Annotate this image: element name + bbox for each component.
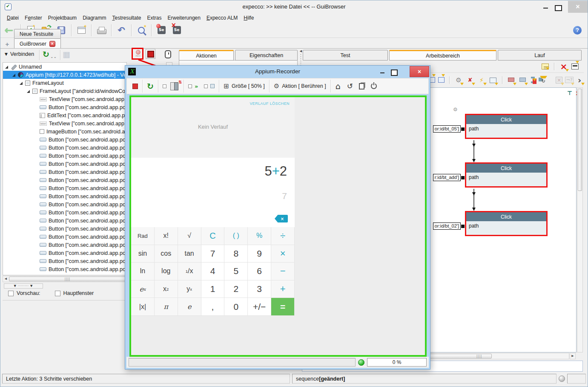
gear-icon[interactable] <box>453 107 458 113</box>
calc-key-c[interactable]: C <box>201 227 225 245</box>
action-mode-button[interactable]: ⚙Aktion [ Berühren ] <box>271 80 329 92</box>
tree-item-button[interactable]: Button ["com.sec.android.app.pop <box>3 265 126 273</box>
calc-key-item[interactable]: = <box>271 298 295 316</box>
splitter-handle[interactable] <box>4 283 43 289</box>
calc-key-2[interactable]: 2 <box>224 280 248 298</box>
tree-item-unnamed[interactable]: Unnamed <box>3 63 126 71</box>
menu-projektbaum[interactable]: Projektbaum <box>45 14 80 22</box>
checkbox-icon[interactable] <box>8 291 14 296</box>
pin-icon[interactable] <box>567 90 572 96</box>
clear-history-button[interactable]: VERLAUF LÖSCHEN <box>250 101 290 106</box>
calc-key-item[interactable]: ( ) <box>224 227 248 245</box>
calc-key-item[interactable]: − <box>271 263 295 280</box>
connect-button[interactable]: ▼ Verbinden <box>5 51 34 57</box>
chevron-right-icon[interactable] <box>575 76 584 84</box>
device-screenshot-area[interactable]: VERLAUF LÖSCHEN Kein Verlauf 5+2 7 Radx!… <box>129 95 427 357</box>
tree-item-button[interactable]: Button ["com.sec.android.app.pop <box>3 208 126 217</box>
calc-key-item[interactable]: + <box>271 280 295 298</box>
se-stop-button[interactable] <box>169 24 184 37</box>
stop-record-button[interactable] <box>146 49 155 59</box>
recorder-close-button[interactable]: × <box>410 66 429 77</box>
device-back-button[interactable]: ↺ <box>344 80 356 92</box>
calc-key-x[interactable]: x! <box>155 227 178 245</box>
tree-item-button[interactable]: Button ["com.sec.android.app.pop <box>3 144 126 152</box>
print-button[interactable] <box>94 24 109 37</box>
recorder-minimize-button[interactable] <box>377 66 387 77</box>
scroll-right-arrow[interactable]: ▶ <box>570 353 576 359</box>
tree-item-button[interactable]: Button ["com.sec.android.app.pop <box>3 184 126 192</box>
menu-diagramm[interactable]: Diagramm <box>80 14 109 22</box>
calc-key-x-2[interactable]: x2 <box>155 280 178 298</box>
help-button[interactable]: ? <box>573 26 582 35</box>
tab-aktionen[interactable]: Aktionen <box>179 50 234 61</box>
calc-key-4[interactable]: 4 <box>201 263 225 280</box>
tab-guibrowser[interactable]: GuiBrowser× <box>14 38 61 49</box>
new-window-star-icon[interactable] <box>571 64 579 69</box>
calc-key-8[interactable]: 8 <box>224 245 248 263</box>
tree-item-appium[interactable]: Appium [http://127.0.0.1:4723/wd/hub] - … <box>3 71 126 79</box>
calc-key-log[interactable]: log <box>155 263 178 280</box>
undo-button[interactable] <box>114 24 129 37</box>
device-overview-button[interactable] <box>356 80 368 92</box>
menu-erweiterungen[interactable]: Erweiterungen <box>165 14 204 22</box>
backspace-key[interactable] <box>275 215 288 222</box>
expander-icon[interactable] <box>19 81 23 85</box>
gray-help-icon[interactable] <box>565 76 574 84</box>
bolt-down-icon[interactable] <box>477 76 486 84</box>
tree-item-button[interactable]: Button ["com.sec.android.app.pop <box>3 241 126 249</box>
tree-item-button[interactable]: Button ["com.sec.android.app.pop <box>3 225 126 233</box>
calc-key-1-x[interactable]: 1/x <box>178 263 201 280</box>
tree-item-button[interactable]: Button ["com.sec.android.app.pop <box>3 136 126 144</box>
calc-key-e[interactable]: e <box>178 298 201 316</box>
expander-icon[interactable] <box>26 89 31 93</box>
calc-key-5[interactable]: 5 <box>224 263 248 280</box>
checkbox-icon[interactable] <box>55 291 60 296</box>
tab-close-icon[interactable]: × <box>49 41 55 47</box>
book-down-icon[interactable] <box>489 76 497 84</box>
expander-icon[interactable] <box>12 73 16 77</box>
calc-key-ln[interactable]: ln <box>131 263 155 280</box>
calc-key-1[interactable]: 1 <box>201 280 225 298</box>
close-button[interactable]: × <box>568 1 588 13</box>
tree-item-edittext[interactable]: EditText ["com.sec.android.app.po <box>3 111 126 119</box>
canvas-vertical-scrollbar[interactable] <box>577 87 583 352</box>
tree-item-button[interactable]: Button ["com.sec.android.app.pop <box>3 257 126 265</box>
mouse-pointer-icon[interactable] <box>161 48 172 59</box>
gray-cut-icon[interactable] <box>555 76 563 84</box>
tab-lauf[interactable]: Lauf <box>498 50 582 61</box>
tab-arbeitsbereich[interactable]: Arbeitsbereich <box>389 50 496 61</box>
expander-icon[interactable] <box>5 65 9 69</box>
calc-key-3[interactable]: 3 <box>248 280 271 298</box>
scrollbar-thumb[interactable] <box>578 89 582 191</box>
tree-item-button[interactable]: Button ["com.sec.android.app.pop <box>3 249 126 257</box>
menu-testresultate[interactable]: Testresultate <box>109 14 144 22</box>
gear-down-icon[interactable] <box>454 76 463 84</box>
search-clock-button[interactable] <box>134 24 149 37</box>
calc-key-cos[interactable]: cos <box>155 245 178 263</box>
tree-item-button[interactable]: Button ["com.sec.android.app.pop <box>3 217 126 225</box>
calc-key-9[interactable]: 9 <box>248 245 271 263</box>
tree-item-framelayout[interactable]: FrameLayout ["android:id/windowCo <box>3 87 126 95</box>
refresh-button[interactable]: ↻ ⌄⌄ <box>43 49 57 59</box>
calc-key-sin[interactable]: sin <box>131 245 155 263</box>
action-block[interactable]: Clickpath <box>465 162 548 188</box>
tree-item-button[interactable]: Button ["com.sec.android.app.pop <box>3 152 126 160</box>
tree-item-button[interactable]: Button ["com.sec.android.app.pop <box>3 160 126 168</box>
tree-item-button[interactable]: Button ["com.sec.android.app.pop <box>3 168 126 176</box>
calc-key-rad[interactable]: Rad <box>131 227 155 245</box>
calc-key-tan[interactable]: tan <box>178 245 201 263</box>
minimize-button[interactable] <box>540 2 551 12</box>
tab-neue-testsuite[interactable]: Neue Testsuite <box>14 29 61 38</box>
calc-key-item[interactable]: +/− <box>248 298 271 316</box>
show-frames-button[interactable] <box>201 80 218 92</box>
scroll-left-arrow[interactable]: ◀ <box>3 276 9 282</box>
node-down-icon[interactable] <box>507 76 516 84</box>
tree-item-button[interactable]: Button ["com.sec.android.app.pop <box>3 192 126 200</box>
menu-expecco-alm[interactable]: Expecco ALM <box>204 14 241 22</box>
tree-item-button[interactable]: Button ["com.sec.android.app.pop <box>3 176 126 184</box>
se-record-button[interactable] <box>154 24 169 37</box>
tab-eigenschaften[interactable]: Eigenschaften <box>235 50 298 61</box>
block-input-label[interactable]: r:id/bt_add'] <box>433 174 461 181</box>
calc-key-item[interactable]: √ <box>178 227 201 245</box>
calc-key-item[interactable]: π <box>155 298 178 316</box>
